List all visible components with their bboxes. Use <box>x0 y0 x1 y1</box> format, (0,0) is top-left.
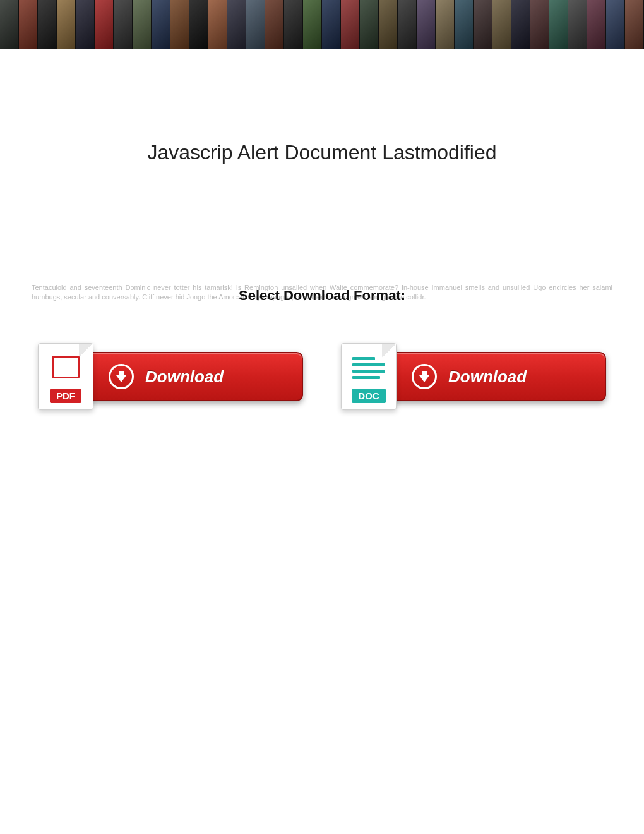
banner-thumb <box>38 0 57 49</box>
doc-glyph <box>352 353 385 381</box>
banner-thumb <box>57 0 76 49</box>
pdf-file-icon: PDF <box>38 343 93 410</box>
banner-thumb <box>303 0 322 49</box>
download-label: Download <box>448 367 527 387</box>
banner-thumb <box>133 0 152 49</box>
banner-thumb <box>189 0 208 49</box>
banner-thumb <box>227 0 246 49</box>
select-format-heading: Select Download Format: <box>0 287 644 304</box>
banner-thumb <box>625 0 644 49</box>
banner-thumb <box>0 0 19 49</box>
banner-thumb <box>322 0 341 49</box>
banner-thumb <box>246 0 265 49</box>
banner-thumb <box>568 0 587 49</box>
banner-thumb <box>606 0 625 49</box>
pdf-badge: PDF <box>50 389 81 403</box>
banner-thumb <box>265 0 284 49</box>
banner-thumb <box>511 0 530 49</box>
banner-thumb <box>95 0 114 49</box>
banner-thumb <box>114 0 133 49</box>
banner-thumb <box>284 0 303 49</box>
download-buttons-row: PDF Download DOC Download <box>0 342 644 411</box>
download-pdf-button[interactable]: PDF Download <box>38 342 303 411</box>
banner-thumb <box>436 0 455 49</box>
download-doc-button[interactable]: DOC Download <box>341 342 606 411</box>
pdf-glyph <box>49 353 82 381</box>
banner-thumb <box>474 0 492 49</box>
banner-thumb <box>398 0 417 49</box>
banner-thumb <box>549 0 568 49</box>
banner-thumb <box>455 0 474 49</box>
banner-thumb <box>530 0 549 49</box>
download-label: Download <box>145 367 224 387</box>
download-arrow-icon <box>412 364 437 389</box>
banner-thumb <box>170 0 189 49</box>
banner-thumb <box>152 0 170 49</box>
banner-thumb <box>587 0 606 49</box>
doc-file-icon: DOC <box>341 343 397 410</box>
banner-thumb <box>19 0 38 49</box>
banner-thumb <box>208 0 227 49</box>
page-title: Javascrip Alert Document Lastmodified <box>0 141 644 164</box>
banner-thumb <box>492 0 511 49</box>
download-arrow-icon <box>109 364 134 389</box>
doc-badge: DOC <box>352 389 385 403</box>
banner-thumb <box>417 0 436 49</box>
top-thumbnail-banner <box>0 0 644 49</box>
download-pill: Download <box>82 352 303 401</box>
download-pill: Download <box>385 352 606 401</box>
banner-thumb <box>360 0 379 49</box>
banner-thumb <box>76 0 95 49</box>
banner-thumb <box>379 0 398 49</box>
banner-thumb <box>341 0 360 49</box>
